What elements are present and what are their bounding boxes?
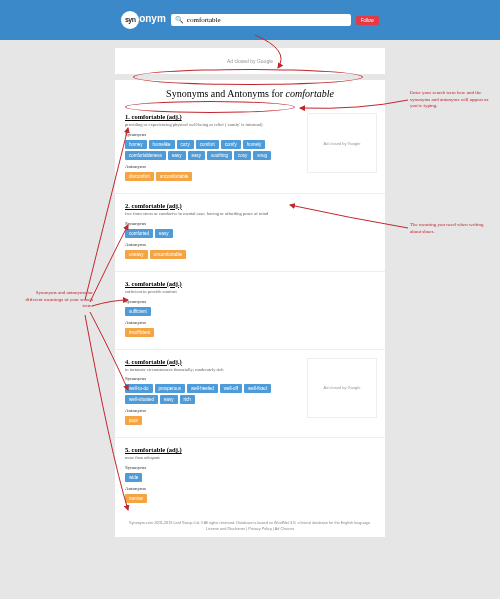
entry-definition: more than adequate <box>125 455 275 461</box>
ad-side: Ad closed by Google <box>307 113 377 173</box>
antonym-tag[interactable]: uncomfortable <box>150 250 187 259</box>
antonym-tags: discomfortuncomfortable <box>125 172 288 181</box>
antonym-tag[interactable]: insufficient <box>125 328 154 337</box>
antonyms-label: Antonyms <box>125 486 375 491</box>
antonym-tag[interactable]: discomfort <box>125 172 154 181</box>
synonym-tags: homeyhomelikecozycomfortcomfyhomelycomfo… <box>125 140 288 160</box>
search-icon: 🔍 <box>175 16 184 24</box>
entry-5: 5. comfortable (adj.)more than adequateS… <box>115 437 385 515</box>
synonym-tag[interactable]: well-situated <box>125 395 158 404</box>
footer-copyright: Synonym.com 2001-2019 Leaf Group Ltd. //… <box>125 521 375 525</box>
logo-dot: syn <box>121 11 139 29</box>
synonym-tag[interactable]: homey <box>125 140 147 149</box>
antonym-tags: insufficient <box>125 328 288 337</box>
synonym-tag[interactable]: comforted <box>125 229 153 238</box>
entry-definition: providing or experiencing physical well-… <box>125 122 275 128</box>
synonym-tag[interactable]: wide <box>125 473 142 482</box>
synonym-tags: comfortedeasy <box>125 229 288 238</box>
entry-4: Ad closed by Google4. comfortable (adj.)… <box>115 349 385 438</box>
synonym-tag[interactable]: homely <box>243 140 266 149</box>
synonym-tags: well-to-doprosperouswell-heeledwell-offw… <box>125 384 288 404</box>
entry-3: 3. comfortable (adj.)sufficient to provi… <box>115 271 385 349</box>
synonym-tag[interactable]: prosperous <box>155 384 186 393</box>
entry-2: 2. comfortable (adj.)free from stress or… <box>115 193 385 271</box>
entry-title[interactable]: 3. comfortable (adj.) <box>125 280 375 287</box>
antonym-tag[interactable]: uneasy <box>125 250 148 259</box>
synonym-tag[interactable]: rich <box>180 395 195 404</box>
search-box[interactable]: 🔍 <box>171 14 351 26</box>
header: synonym 🔍 Follow <box>0 0 500 40</box>
entry-title[interactable]: 2. comfortable (adj.) <box>125 202 375 209</box>
annotation-top-right: Enter your search term here and the syno… <box>410 90 490 110</box>
antonym-tags: narrow <box>125 494 288 503</box>
synonym-tag[interactable]: well-to-do <box>125 384 153 393</box>
synonym-tag[interactable]: cozy <box>177 140 194 149</box>
synonym-tag[interactable]: snug <box>253 151 271 160</box>
antonym-tag[interactable]: poor <box>125 416 142 425</box>
synonym-tag[interactable]: sufficient <box>125 307 151 316</box>
synonym-tag[interactable]: homelike <box>149 140 175 149</box>
annotation-middle-right: The meaning you need when writing about … <box>410 222 490 235</box>
synonym-tag[interactable]: easy <box>168 151 186 160</box>
synonym-tag[interactable]: well-fixed <box>244 384 271 393</box>
synonym-tag[interactable]: soothing <box>207 151 232 160</box>
page-title: Synonyms and Antonyms for comfortable <box>115 80 385 105</box>
synonym-tag[interactable]: well-off <box>220 384 242 393</box>
synonym-tag[interactable]: easy <box>155 229 173 238</box>
synonym-tag[interactable]: comfortableness <box>125 151 166 160</box>
antonym-tag[interactable]: uncomfortable <box>156 172 193 181</box>
antonym-tag[interactable]: narrow <box>125 494 147 503</box>
antonym-tags: uneasyuncomfortable <box>125 250 288 259</box>
annotation-left: Synonyms and antonyms for different mean… <box>18 290 93 310</box>
synonym-tag[interactable]: cosy <box>234 151 251 160</box>
ad-top: Ad closed by Google <box>115 48 385 74</box>
synonym-tag[interactable]: comfy <box>221 140 241 149</box>
entry-definition: free from stress or conducive to mental … <box>125 211 275 217</box>
page-title-term: comfortable <box>286 88 334 99</box>
synonym-tag[interactable]: well-heeled <box>187 384 218 393</box>
antonyms-label: Antonyms <box>125 242 375 247</box>
ad-side: Ad closed by Google <box>307 358 377 418</box>
footer-links[interactable]: License and Disclaimer | Privacy Policy … <box>125 527 375 531</box>
antonyms-label: Antonyms <box>125 320 375 325</box>
entry-definition: in fortunate circumstances financially; … <box>125 367 275 373</box>
page-title-prefix: Synonyms and Antonyms for <box>166 88 285 99</box>
antonym-tags: poor <box>125 416 288 425</box>
follow-button[interactable]: Follow <box>356 16 379 25</box>
synonym-tags: wide <box>125 473 288 482</box>
synonym-tag[interactable]: easy <box>188 151 206 160</box>
synonyms-label: Synonyms <box>125 299 375 304</box>
search-input[interactable] <box>187 16 347 24</box>
logo-suffix: onym <box>139 13 166 24</box>
main-content: Ad closed by Google Synonyms and Antonym… <box>115 40 385 537</box>
synonym-tag[interactable]: easy <box>160 395 178 404</box>
entry-title[interactable]: 5. comfortable (adj.) <box>125 446 375 453</box>
synonyms-label: Synonyms <box>125 221 375 226</box>
logo: synonym <box>121 11 166 29</box>
synonyms-label: Synonyms <box>125 465 375 470</box>
footer: Synonym.com 2001-2019 Leaf Group Ltd. //… <box>115 515 385 537</box>
synonym-tags: sufficient <box>125 307 288 316</box>
synonym-tag[interactable]: comfort <box>196 140 219 149</box>
entry-1: Ad closed by Google1. comfortable (adj.)… <box>115 105 385 193</box>
entry-definition: sufficient to provide comfort <box>125 289 275 295</box>
